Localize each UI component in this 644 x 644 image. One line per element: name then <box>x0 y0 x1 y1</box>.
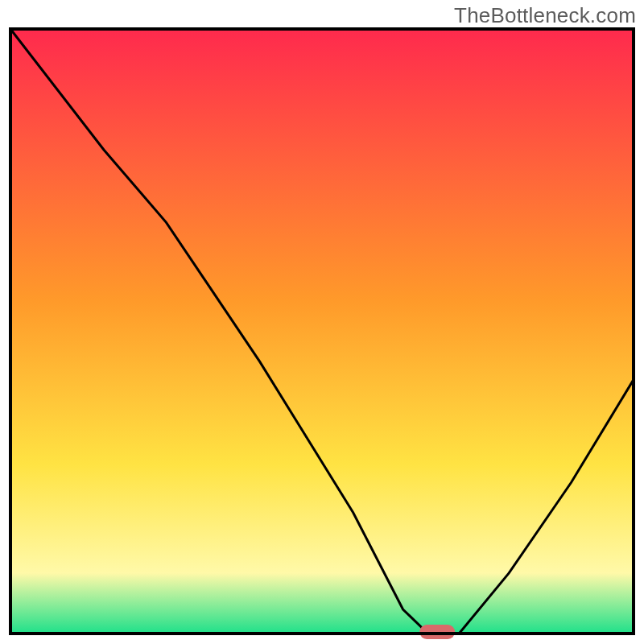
svg-rect-0 <box>10 29 634 634</box>
plot-area <box>10 29 634 634</box>
chart-frame: TheBottleneck.com <box>0 0 644 644</box>
bottleneck-chart <box>0 0 644 644</box>
